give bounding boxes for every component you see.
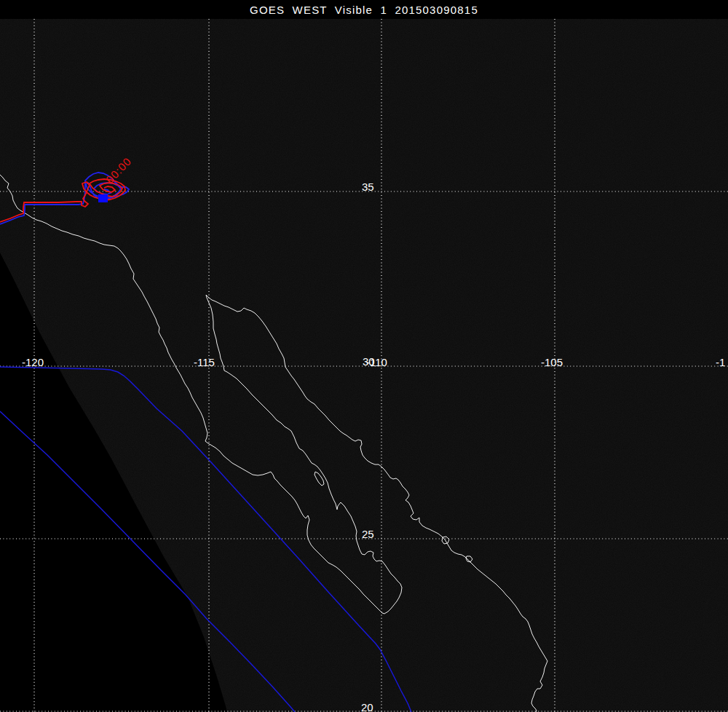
lon-label: -105 (541, 356, 563, 368)
track-marker (98, 194, 108, 202)
lat-label: 35 (362, 181, 374, 193)
image-title: GOES WEST Visible 1 201503090815 (250, 4, 478, 16)
lat-label: 25 (362, 528, 374, 540)
lon-label: -110 (366, 356, 387, 368)
lat-label: 20 (361, 701, 373, 712)
lon-label: -115 (194, 356, 215, 368)
satellite-image-viewer: 00:00 35302520-120-115-110-105-1 GOES WE… (0, 0, 728, 712)
lon-label: -1 (716, 356, 725, 368)
satellite-map: 00:00 35302520-120-115-110-105-1 (0, 0, 728, 712)
title-bar: GOES WEST Visible 1 201503090815 (0, 0, 728, 19)
lon-label: -120 (22, 356, 44, 368)
